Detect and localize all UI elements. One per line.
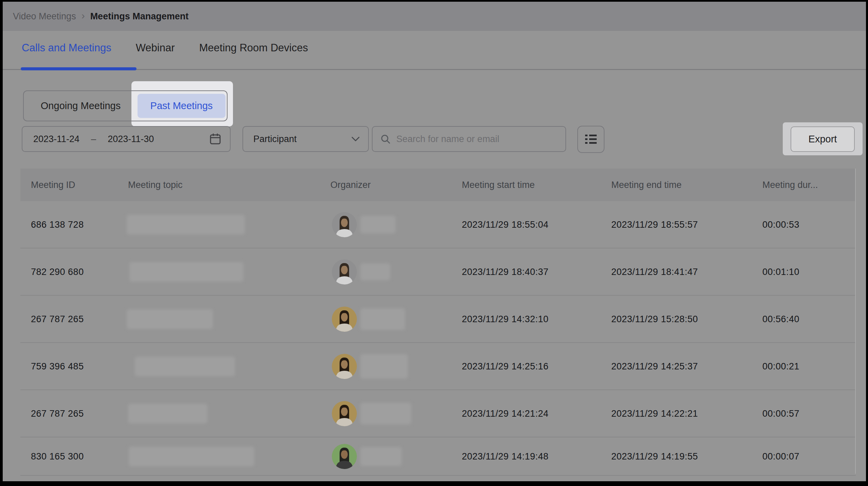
toggle-ongoing-meetings[interactable]: Ongoing Meetings [24,100,138,111]
redacted-organizer-name [360,403,411,424]
organizer-avatar [332,212,357,237]
duration-cell: 00:00:07 [762,451,799,462]
duration-cell: 00:01:10 [762,266,799,277]
start-time-cell: 2023/11/29 18:40:37 [462,266,548,277]
table-row[interactable]: 759 396 485 2023/11/29 14:25:16 2023/11/… [20,343,856,390]
list-icon [583,132,598,147]
start-time-cell: 2023/11/29 14:25:16 [462,361,548,371]
end-time-cell: 2023/11/29 15:28:50 [611,314,698,324]
admin-console-page: Video Meetings › Meetings Management Cal… [3,2,866,481]
organizer-avatar [332,401,357,426]
table-row[interactable]: 267 787 265 2023/11/29 14:32:10 2023/11/… [20,296,856,343]
search-type-value: Participant [253,134,297,144]
breadcrumb: Video Meetings › Meetings Management [3,2,866,31]
table-row[interactable]: 782 290 680 2023/11/29 18:40:37 2023/11/… [20,248,856,296]
end-time-cell: 2023/11/29 14:19:55 [611,451,698,462]
view-options-button[interactable] [577,126,604,153]
redacted-meeting-topic [129,447,254,466]
redacted-organizer-name [360,308,405,330]
redacted-meeting-topic [129,262,243,282]
meeting-id-cell: 782 290 680 [31,266,84,277]
screenshot-frame: Video Meetings › Meetings Management Cal… [0,0,868,486]
redacted-meeting-topic [135,357,235,376]
redacted-organizer-name [360,447,402,466]
duration-cell: 00:00:21 [762,361,799,371]
start-time-cell: 2023/11/29 14:21:24 [462,408,548,419]
redacted-organizer-name [360,354,408,379]
date-range-separator: – [91,134,96,144]
end-time-cell: 2023/11/29 14:22:21 [611,408,698,419]
chevron-down-icon [351,136,360,142]
organizer-avatar [332,259,357,284]
end-time-cell: 2023/11/29 18:55:57 [611,219,698,230]
magnifier-icon [380,134,391,144]
tab-calls-and-meetings[interactable]: Calls and Meetings [22,42,111,54]
redacted-meeting-topic [127,215,245,235]
duration-cell: 00:00:57 [762,408,799,419]
start-time-cell: 2023/11/29 14:19:48 [462,451,548,462]
search-field[interactable] [372,126,566,152]
redacted-meeting-topic [127,309,213,329]
end-time-cell: 2023/11/29 14:25:37 [611,361,698,371]
meetings-table: Meeting ID Meeting topic Organizer Meeti… [20,169,856,476]
organizer-avatar [332,354,357,379]
end-time-cell: 2023/11/29 18:41:47 [611,266,698,277]
column-header-organizer: Organizer [330,169,371,201]
date-range-picker[interactable]: 2023-11-24 – 2023-11-30 [22,126,231,152]
tab-bar: Calls and Meetings Webinar Meeting Room … [22,42,308,54]
start-time-cell: 2023/11/29 18:55:04 [462,219,548,230]
breadcrumb-item-video-meetings[interactable]: Video Meetings [13,11,76,22]
column-header-end-time: Meeting end time [611,169,682,201]
search-input[interactable] [396,134,559,145]
tab-webinar[interactable]: Webinar [136,42,175,54]
start-time-cell: 2023/11/29 14:32:10 [462,314,548,324]
meeting-id-cell: 686 138 728 [31,219,84,230]
table-right-edge-line [855,169,856,474]
column-header-start-time: Meeting start time [462,169,535,201]
table-header-row: Meeting ID Meeting topic Organizer Meeti… [20,169,856,201]
table-row[interactable]: 686 138 728 2023/11/29 18:55:04 2023/11/… [20,201,856,248]
meeting-id-cell: 830 165 300 [31,451,84,462]
column-header-meeting-id: Meeting ID [31,169,75,201]
search-type-dropdown[interactable]: Participant [242,126,369,152]
organizer-avatar [332,307,357,332]
date-end-value: 2023-11-30 [108,134,154,144]
date-start-value: 2023-11-24 [33,134,79,144]
column-header-duration: Meeting dur... [762,169,818,201]
tab-meeting-room-devices[interactable]: Meeting Room Devices [199,42,308,54]
meeting-id-cell: 267 787 265 [31,408,84,419]
meetings-view-toggle: Ongoing Meetings Past Meetings [23,90,228,121]
chevron-right-icon: › [82,10,85,21]
calendar-icon [210,133,221,145]
organizer-avatar [332,444,357,469]
meeting-id-cell: 267 787 265 [31,314,84,324]
table-row[interactable]: 830 165 300 2023/11/29 14:19:48 2023/11/… [20,437,856,476]
active-tab-underline [21,67,137,70]
meeting-id-cell: 759 396 485 [31,361,84,371]
redacted-organizer-name [360,216,396,233]
redacted-meeting-topic [128,404,207,423]
duration-cell: 00:00:53 [762,219,799,230]
redacted-organizer-name [360,263,390,280]
duration-cell: 00:56:40 [762,314,799,324]
export-button[interactable]: Export [791,126,855,152]
column-header-meeting-topic: Meeting topic [128,169,183,201]
table-row[interactable]: 267 787 265 2023/11/29 14:21:24 2023/11/… [20,390,856,437]
toggle-past-meetings-selected[interactable]: Past Meetings [138,94,225,118]
table-body: 686 138 728 2023/11/29 18:55:04 2023/11/… [20,201,856,476]
breadcrumb-item-meetings-management: Meetings Management [90,11,189,22]
